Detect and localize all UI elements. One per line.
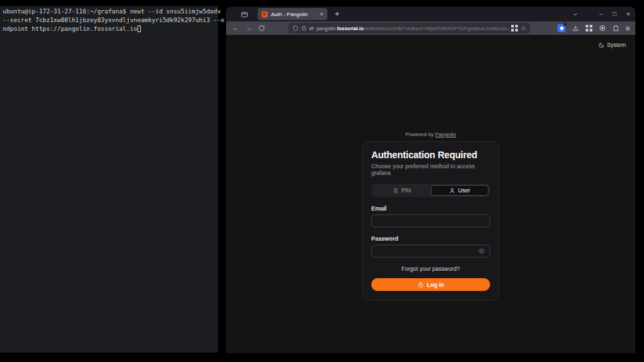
password-field-wrap xyxy=(372,245,490,257)
new-tab-button[interactable]: + xyxy=(335,9,339,19)
auth-method-tabs: PIN User xyxy=(372,184,490,197)
forward-button[interactable]: → xyxy=(244,25,253,32)
url-bar[interactable]: ⇄ pangolin.fossorial.io/auth/resource/90… xyxy=(288,23,530,34)
password-input[interactable] xyxy=(377,248,479,255)
terminal-line: --secret 7cbz1xw08lh1jbzey03yxvndljvneam… xyxy=(3,16,218,25)
containers-extension-icon[interactable] xyxy=(586,25,592,32)
downloads-icon[interactable] xyxy=(572,25,579,32)
terminal-line: ndpoint https://pangolin.fossorial.io xyxy=(3,25,218,34)
terminal-line: ubuntu@ip-172-31-27-116:~/grafana$ newt … xyxy=(3,7,218,16)
tab-title: Auth - Pangolin xyxy=(271,11,317,17)
forgot-password-link[interactable]: Forgot your password? xyxy=(372,265,490,272)
theme-toggle[interactable]: System xyxy=(598,42,626,48)
card-subtitle: Choose your preferred method to access g… xyxy=(372,163,490,176)
browser-window: Auth - Pangolin × + − □ × ← → xyxy=(226,7,635,353)
tab-close-icon[interactable]: × xyxy=(320,11,323,17)
tab-pin-label: PIN xyxy=(401,187,411,194)
window-controls: − □ × xyxy=(572,7,630,21)
powered-by: Powered by Pangolin xyxy=(226,131,635,137)
tab-pin[interactable]: PIN xyxy=(373,185,431,196)
terminal-cursor xyxy=(138,25,141,32)
password-label: Password xyxy=(372,235,490,242)
url-domain: fossorial.io xyxy=(337,25,364,32)
menu-icon[interactable]: ≡ xyxy=(626,25,630,32)
user-icon xyxy=(449,188,455,194)
tab-list-chevron-icon[interactable] xyxy=(572,11,578,17)
email-input[interactable] xyxy=(377,218,485,225)
bookmark-star-icon[interactable]: ☆ xyxy=(521,25,526,32)
auth-card: Authentication Required Choose your pref… xyxy=(363,141,499,300)
browser-toolbar: ← → ⇄ pangolin.fossorial.io/auth/resourc… xyxy=(226,21,635,35)
desktop: ubuntu@ip-172-31-27-116:~/grafana$ newt … xyxy=(0,0,644,362)
toolbar-extensions: ≡ xyxy=(557,24,630,32)
reload-button[interactable] xyxy=(257,25,266,32)
tracking-shield-icon[interactable] xyxy=(292,25,299,32)
browser-tab-bar: Auth - Pangolin × + − □ × xyxy=(226,7,635,21)
firefox-view-icon[interactable] xyxy=(241,11,248,18)
url-text: pangolin.fossorial.io/auth/resource/90?r… xyxy=(317,25,509,32)
terminal-line-text: ndpoint https://pangolin.fossorial.io xyxy=(3,25,137,32)
extensions-puzzle-icon[interactable] xyxy=(612,25,619,32)
tab-user[interactable]: User xyxy=(431,185,489,196)
close-window-button[interactable]: × xyxy=(627,11,630,17)
password-manager-extension-icon[interactable] xyxy=(557,24,566,32)
auth-page: System Powered by Pangolin Authenticatio… xyxy=(226,35,635,353)
terminal-window[interactable]: ubuntu@ip-172-31-27-116:~/grafana$ newt … xyxy=(0,6,218,353)
email-field-wrap xyxy=(372,215,490,227)
minimize-button[interactable]: − xyxy=(599,11,602,17)
back-button[interactable]: ← xyxy=(231,25,240,32)
swap-redirect-icon[interactable]: ⇄ xyxy=(309,25,314,32)
moon-icon xyxy=(598,42,604,48)
extension-badge xyxy=(564,23,567,26)
pangolin-favicon-icon xyxy=(262,11,268,17)
theme-label: System xyxy=(607,42,626,48)
https-lock-icon[interactable] xyxy=(301,25,307,31)
show-password-eye-icon[interactable] xyxy=(479,248,485,254)
lock-icon xyxy=(417,282,423,288)
page-actions-grid-icon[interactable] xyxy=(511,25,518,32)
login-button-label: Log in xyxy=(427,282,444,288)
url-path: /auth/resource/90?redirect=https%3A%2F%2… xyxy=(364,25,508,32)
adblock-extension-icon[interactable] xyxy=(599,25,606,32)
card-title: Authentication Required xyxy=(372,149,490,160)
maximize-button[interactable]: □ xyxy=(612,11,616,17)
powered-by-text: Powered by xyxy=(405,131,433,137)
keypad-icon xyxy=(392,188,398,194)
pangolin-link[interactable]: Pangolin xyxy=(435,131,456,137)
login-button[interactable]: Log in xyxy=(372,278,490,291)
url-subdomain: pangolin. xyxy=(317,25,337,32)
email-label: Email xyxy=(372,205,490,212)
browser-tab[interactable]: Auth - Pangolin × xyxy=(258,8,327,20)
tab-user-label: User xyxy=(458,187,470,194)
